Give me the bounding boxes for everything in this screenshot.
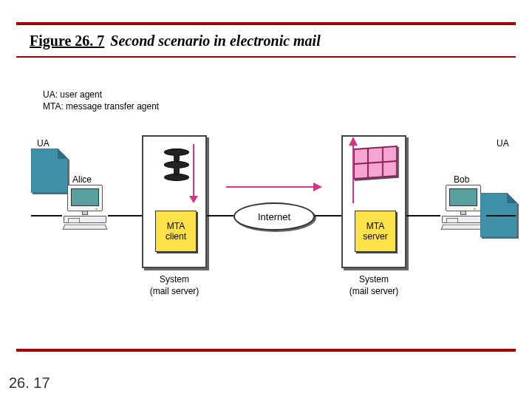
link-srv-bob	[406, 215, 440, 216]
arrow-store-up-icon	[347, 137, 359, 205]
internet-node: Internet	[233, 202, 315, 231]
svg-marker-5	[189, 196, 198, 203]
link-bob-ua	[486, 215, 516, 216]
bob-label: Bob	[454, 174, 469, 185]
alice-label: Alice	[72, 174, 92, 185]
figure-caption: Second scenario in electronic mail	[110, 33, 320, 50]
mail-server-sub-right: (mail server)	[341, 286, 406, 298]
link-inet-srv-r	[315, 215, 341, 216]
legend-ua: UA: user agent	[43, 89, 159, 100]
system-label-left: System	[142, 274, 207, 286]
link-srv-inet-l	[207, 215, 233, 216]
svg-marker-9	[349, 137, 358, 146]
rule-bottom	[16, 349, 516, 352]
legend-mta: MTA: message transfer agent	[43, 100, 159, 112]
diagram: UA: user agent MTA: message transfer age…	[16, 78, 516, 307]
page-number: 26. 17	[9, 375, 50, 392]
ua-right-label: UA	[497, 138, 509, 149]
rule-top	[16, 22, 516, 25]
mta-server-box: MTA server	[355, 211, 396, 252]
link-alice-srv	[108, 215, 142, 216]
arrow-send-right-icon	[226, 181, 322, 194]
link-ua-alice	[31, 215, 62, 216]
mta-client-box: MTA client	[155, 211, 197, 252]
computer-bob-icon	[440, 185, 486, 230]
mta-server-label: MTA server	[363, 221, 387, 242]
system-label-right: System	[341, 274, 406, 286]
mail-server-sub-left: (mail server)	[142, 286, 207, 298]
arrow-spool-down-icon	[188, 144, 200, 205]
legend: UA: user agent MTA: message transfer age…	[43, 89, 159, 112]
mailboxes-icon	[353, 146, 398, 180]
mail-server-left-label: System (mail server)	[142, 274, 207, 297]
mta-client-label: MTA client	[166, 221, 186, 242]
spool-icon	[164, 149, 189, 182]
figure-title: Figure 26. 7 Second scenario in electron…	[30, 33, 321, 50]
svg-marker-7	[313, 183, 322, 191]
internet-label: Internet	[258, 211, 290, 222]
figure-number: Figure 26. 7	[30, 33, 104, 50]
rule-title	[16, 56, 516, 58]
computer-alice-icon	[62, 185, 108, 230]
ua-left-label: UA	[37, 138, 50, 149]
mail-server-right-label: System (mail server)	[341, 274, 406, 297]
